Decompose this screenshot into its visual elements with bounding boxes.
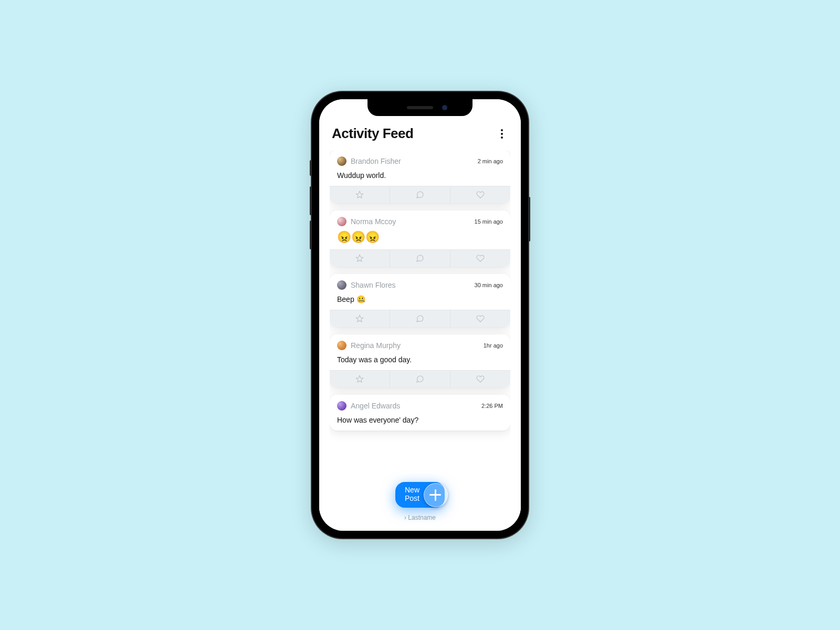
post-content: Today was a good day.	[337, 355, 503, 364]
power-button	[528, 197, 530, 242]
mute-switch	[310, 160, 312, 176]
post-timestamp: 1hr ago	[484, 342, 503, 349]
post-timestamp: 15 min ago	[475, 218, 503, 225]
star-button[interactable]	[330, 310, 390, 327]
post-content: Wuddup world.	[337, 171, 503, 180]
page-title: Activity Feed	[332, 125, 413, 142]
app-screen: Activity Feed Brandon Fisher 2 min ago W…	[319, 99, 521, 531]
avatar	[337, 280, 346, 290]
tap-indicator	[424, 483, 448, 507]
like-button[interactable]	[450, 371, 510, 387]
star-button[interactable]	[330, 250, 390, 267]
star-button[interactable]	[330, 371, 390, 387]
comment-button[interactable]	[390, 371, 450, 387]
post-author: Angel Edwards	[351, 402, 400, 410]
volume-up-button	[310, 186, 312, 215]
comment-button[interactable]	[390, 310, 450, 327]
like-button[interactable]	[450, 310, 510, 327]
new-post-button[interactable]: New Post	[395, 482, 445, 508]
post-content: 😠😠😠	[337, 232, 503, 243]
like-button[interactable]	[450, 250, 510, 267]
post-author: Shawn Flores	[351, 281, 396, 289]
post-timestamp: 30 min ago	[475, 282, 503, 288]
feed-card[interactable]: Brandon Fisher 2 min ago Wuddup world.	[330, 150, 510, 203]
post-timestamp: 2:26 PM	[481, 403, 503, 409]
feed-card[interactable]: Angel Edwards 2:26 PM How was everyone' …	[330, 395, 510, 430]
post-author: Brandon Fisher	[351, 157, 401, 165]
header: Activity Feed	[330, 123, 510, 150]
svg-marker-1	[356, 255, 363, 261]
avatar	[337, 217, 346, 226]
new-post-label-2: Post	[405, 495, 419, 502]
star-button[interactable]	[330, 186, 390, 203]
svg-marker-0	[356, 191, 363, 198]
volume-down-button	[310, 220, 312, 249]
post-author: Regina Murphy	[351, 341, 401, 350]
comment-button[interactable]	[390, 250, 450, 267]
feed-card[interactable]: Norma Mccoy 15 min ago 😠😠😠	[330, 211, 510, 267]
feed-card[interactable]: Regina Murphy 1hr ago Today was a good d…	[330, 334, 510, 387]
phone-frame: Activity Feed Brandon Fisher 2 min ago W…	[312, 92, 528, 538]
more-menu-button[interactable]	[496, 128, 508, 140]
feed-card[interactable]: Shawn Flores 30 min ago Beep 🤐	[330, 274, 510, 327]
svg-marker-2	[356, 315, 363, 322]
avatar	[337, 341, 346, 350]
new-post-label-1: New	[405, 486, 419, 494]
post-content: Beep 🤐	[337, 295, 503, 303]
post-actions	[330, 186, 510, 203]
comment-button[interactable]	[390, 186, 450, 203]
post-actions	[330, 249, 510, 267]
post-author: Norma Mccoy	[351, 217, 396, 226]
partial-footer-hint: › Lastname	[319, 514, 521, 521]
avatar	[337, 401, 346, 411]
avatar	[337, 156, 346, 166]
post-content: How was everyone' day?	[337, 416, 503, 424]
post-timestamp: 2 min ago	[478, 158, 503, 164]
post-actions	[330, 310, 510, 327]
activity-feed[interactable]: Brandon Fisher 2 min ago Wuddup world. N…	[330, 150, 510, 531]
post-actions	[330, 370, 510, 387]
like-button[interactable]	[450, 186, 510, 203]
phone-notch	[368, 99, 472, 116]
svg-marker-3	[356, 375, 363, 382]
